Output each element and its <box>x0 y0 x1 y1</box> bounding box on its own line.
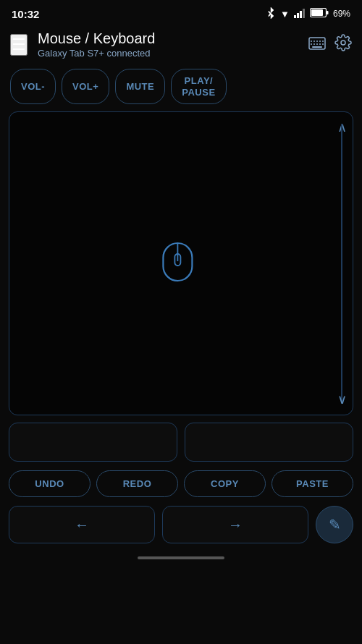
copy-button[interactable]: COPY <box>184 470 266 497</box>
back-button[interactable]: ← <box>9 506 155 543</box>
left-click-button[interactable] <box>9 423 177 462</box>
title-block: Mouse / Keyboard Galaxy Tab S7+ connecte… <box>38 30 308 59</box>
status-icons: ▼ 69% <box>266 7 350 21</box>
menu-button[interactable]: ☰ <box>10 34 28 56</box>
media-row: VOL- VOL+ MUTE PLAY/PAUSE <box>0 64 362 111</box>
bluetooth-icon <box>266 7 276 21</box>
signal-icon <box>294 8 306 20</box>
settings-button[interactable] <box>334 34 352 56</box>
click-row <box>0 415 362 466</box>
paste-button[interactable]: PASTE <box>272 470 353 497</box>
connection-status: Galaxy Tab S7+ connected <box>38 48 308 59</box>
home-indicator <box>0 551 362 562</box>
battery-icon <box>310 8 329 20</box>
scrollbar-track <box>341 124 342 403</box>
nav-row: ← → ✎ <box>0 501 362 551</box>
vol-plus-button[interactable]: VOL+ <box>62 69 109 104</box>
svg-rect-3 <box>303 9 305 18</box>
redo-button[interactable]: REDO <box>96 470 178 497</box>
forward-button[interactable]: → <box>162 506 308 543</box>
mute-button[interactable]: MUTE <box>115 69 165 104</box>
status-time: 10:32 <box>12 8 39 20</box>
svg-point-19 <box>341 41 345 45</box>
svg-rect-1 <box>297 13 299 18</box>
edit-pencil-button[interactable]: ✎ <box>316 506 353 543</box>
wifi-icon: ▼ <box>280 9 290 20</box>
top-bar: ☰ Mouse / Keyboard Galaxy Tab S7+ connec… <box>0 26 362 64</box>
right-click-button[interactable] <box>185 423 353 462</box>
keyboard-button[interactable] <box>308 35 326 54</box>
scroll-down-icon[interactable]: ∨ <box>337 391 347 407</box>
mouse-cursor-icon <box>161 241 194 286</box>
svg-rect-6 <box>327 11 329 14</box>
vol-minus-button[interactable]: VOL- <box>10 69 56 104</box>
app-title: Mouse / Keyboard <box>38 30 308 47</box>
play-pause-button[interactable]: PLAY/PAUSE <box>171 69 226 104</box>
svg-rect-0 <box>294 15 296 18</box>
battery-percent: 69% <box>333 9 350 19</box>
home-bar <box>138 556 224 559</box>
top-actions <box>308 34 352 56</box>
undo-button[interactable]: UNDO <box>9 470 90 497</box>
edit-row: UNDO REDO COPY PASTE <box>0 466 362 501</box>
svg-rect-5 <box>311 9 323 16</box>
svg-rect-2 <box>300 11 302 18</box>
status-bar: 10:32 ▼ 69% <box>0 0 362 26</box>
trackpad[interactable]: ∧ ∨ <box>9 111 353 415</box>
